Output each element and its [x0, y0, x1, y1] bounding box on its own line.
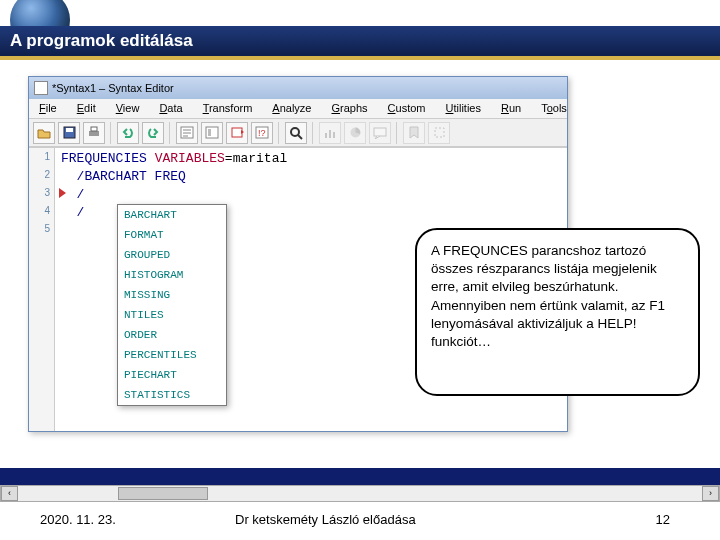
- callout-text: A FREQUNCES parancshoz tartozó összes ré…: [431, 243, 665, 349]
- footer-author: Dr ketskeméty László előadása: [235, 512, 416, 527]
- menu-analyze[interactable]: Analyze: [262, 99, 321, 118]
- line-num: 5: [29, 220, 50, 238]
- autocomplete-item[interactable]: GROUPED: [118, 245, 226, 265]
- autocomplete-item[interactable]: MISSING: [118, 285, 226, 305]
- menubar: File Edit View Data Transform Analyze Gr…: [29, 99, 567, 119]
- menu-run[interactable]: Run: [491, 99, 531, 118]
- slide-title: A programok editálása: [0, 26, 720, 56]
- window-titlebar[interactable]: *Syntax1 – Syntax Editor: [29, 77, 567, 99]
- line-num: 4: [29, 202, 50, 220]
- svg-point-10: [291, 128, 299, 136]
- menu-view[interactable]: View: [106, 99, 150, 118]
- scroll-left-icon[interactable]: ‹: [1, 486, 18, 501]
- menu-data[interactable]: Data: [149, 99, 192, 118]
- window-app-icon: [34, 81, 48, 95]
- chart-icon[interactable]: [319, 122, 341, 144]
- svg-rect-16: [435, 128, 444, 137]
- callout-bubble: A FREQUNCES parancshoz tartozó összes ré…: [415, 228, 700, 396]
- autocomplete-item[interactable]: PERCENTILES: [118, 345, 226, 365]
- find-icon[interactable]: [285, 122, 307, 144]
- menu-transform[interactable]: Transform: [193, 99, 263, 118]
- toolbar: !?: [29, 119, 567, 147]
- print-icon[interactable]: [83, 122, 105, 144]
- line-num: 2: [29, 166, 50, 184]
- svg-text:!?: !?: [258, 128, 266, 138]
- autocomplete-item[interactable]: ORDER: [118, 325, 226, 345]
- accent-stripe: [0, 56, 720, 60]
- menu-edit[interactable]: Edit: [67, 99, 106, 118]
- menu-graphs[interactable]: Graphs: [321, 99, 377, 118]
- menu-file[interactable]: File: [29, 99, 67, 118]
- svg-rect-15: [374, 128, 386, 136]
- footer-date: 2020. 11. 23.: [40, 512, 116, 527]
- bookmark-icon[interactable]: [403, 122, 425, 144]
- autocomplete-item[interactable]: STATISTICS: [118, 385, 226, 405]
- line-num: 3: [29, 184, 50, 202]
- svg-rect-11: [325, 133, 327, 138]
- svg-rect-2: [89, 131, 99, 136]
- scroll-thumb[interactable]: [118, 487, 208, 500]
- footer: 2020. 11. 23. Dr ketskeméty László előad…: [0, 512, 720, 532]
- autocomplete-item[interactable]: FORMAT: [118, 225, 226, 245]
- pie-icon[interactable]: [344, 122, 366, 144]
- redo-icon[interactable]: [142, 122, 164, 144]
- scroll-right-icon[interactable]: ›: [702, 486, 719, 501]
- autocomplete-item[interactable]: NTILES: [118, 305, 226, 325]
- undo-icon[interactable]: [117, 122, 139, 144]
- autocomplete-item[interactable]: BARCHART: [118, 205, 226, 225]
- dialog-recall-icon[interactable]: [226, 122, 248, 144]
- svg-rect-6: [208, 129, 211, 136]
- autocomplete-popup: BARCHART FORMAT GROUPED HISTOGRAM MISSIN…: [117, 204, 227, 406]
- bottom-blue-bar: [0, 468, 720, 485]
- line-gutter: 1 2 3 4 5: [29, 148, 55, 431]
- autocomplete-item[interactable]: HISTOGRAM: [118, 265, 226, 285]
- svg-rect-5: [206, 127, 218, 138]
- svg-rect-12: [329, 130, 331, 138]
- menu-custom[interactable]: Custom: [378, 99, 436, 118]
- open-icon[interactable]: [33, 122, 55, 144]
- svg-rect-7: [232, 128, 242, 137]
- line-num: 1: [29, 148, 50, 166]
- svg-rect-1: [66, 128, 73, 132]
- autocomplete-item[interactable]: PIECHART: [118, 365, 226, 385]
- select-icon[interactable]: [428, 122, 450, 144]
- comment-icon[interactable]: [369, 122, 391, 144]
- horizontal-scrollbar[interactable]: ‹ ›: [0, 485, 720, 502]
- svg-rect-3: [91, 127, 97, 131]
- footer-page-num: 12: [656, 512, 670, 527]
- goto-icon[interactable]: [176, 122, 198, 144]
- help-icon[interactable]: !?: [251, 122, 273, 144]
- variables-icon[interactable]: [201, 122, 223, 144]
- svg-rect-13: [333, 132, 335, 138]
- save-icon[interactable]: [58, 122, 80, 144]
- menu-tools[interactable]: Tools: [531, 99, 577, 118]
- window-title-text: *Syntax1 – Syntax Editor: [52, 82, 174, 94]
- menu-utilities[interactable]: Utilities: [436, 99, 491, 118]
